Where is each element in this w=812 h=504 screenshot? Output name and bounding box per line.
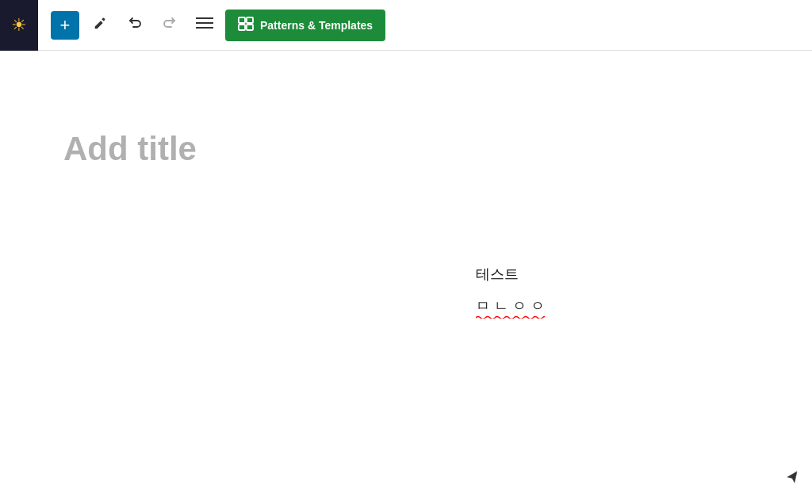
patterns-label: Patterns & Templates (260, 19, 373, 32)
title-placeholder[interactable]: Add title (63, 130, 197, 168)
menu-icon (196, 17, 213, 33)
svg-rect-3 (239, 17, 245, 23)
svg-rect-4 (247, 17, 253, 23)
cursor-icon (785, 470, 799, 488)
redo-icon (162, 15, 178, 35)
add-icon: + (60, 17, 71, 34)
patterns-icon (238, 17, 254, 33)
svg-rect-6 (247, 25, 253, 30)
logo-icon: ☀ (11, 15, 27, 36)
spell-check-underline (476, 315, 545, 319)
content-area[interactable]: Add title 테스트 ㅁ ㄴ ㅇ ㅇ (0, 51, 812, 504)
logo-button[interactable]: ☀ (0, 0, 38, 51)
korean-text-line1: 테스트 (476, 265, 545, 284)
edit-tool-button[interactable] (86, 11, 114, 40)
toolbar: ☀ + (0, 0, 812, 51)
pencil-icon (93, 16, 107, 34)
undo-icon (127, 15, 143, 35)
korean-text-block: 테스트 ㅁ ㄴ ㅇ ㅇ (476, 265, 545, 315)
patterns-templates-button[interactable]: Patterns & Templates (225, 10, 385, 41)
add-block-button[interactable]: + (51, 11, 79, 40)
korean-text-line2: ㅁ ㄴ ㅇ ㅇ (476, 296, 545, 315)
more-options-button[interactable] (190, 11, 219, 40)
undo-button[interactable] (121, 11, 149, 40)
redo-button[interactable] (155, 11, 184, 40)
svg-rect-5 (239, 25, 245, 30)
